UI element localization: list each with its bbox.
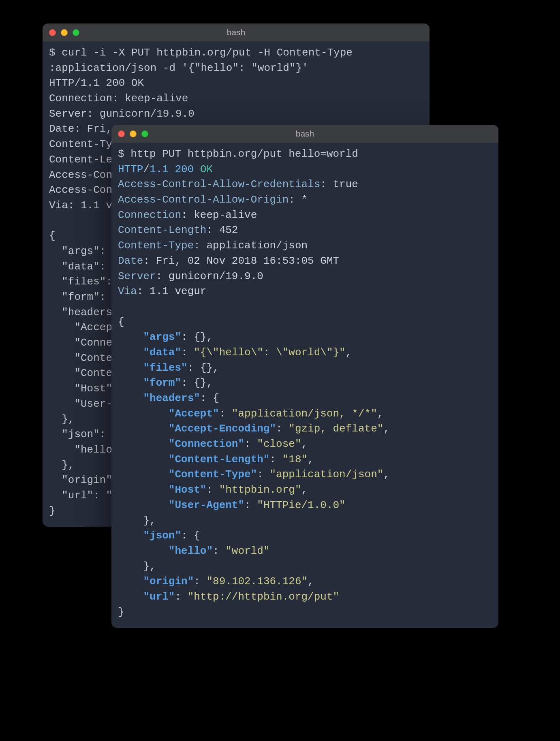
json-key: "hello"	[169, 545, 213, 557]
json-key: "data"	[143, 346, 181, 359]
json-key: "User-Agent"	[169, 499, 244, 511]
json-key: "url"	[143, 591, 175, 603]
traffic-lights	[49, 29, 79, 36]
zoom-icon[interactable]	[141, 130, 148, 137]
json-value: "world"	[225, 545, 269, 557]
json-key: "Accept-Encoding"	[169, 423, 276, 435]
json-key: "form"	[143, 377, 181, 389]
json-key: "headers"	[143, 392, 200, 404]
line: Server: gunicorn/19.9.0	[49, 108, 195, 120]
line: Connection: keep-alive	[49, 92, 188, 105]
response-header: Date: Fri, 02 Nov 2018 16:53:05 GMT	[118, 255, 339, 267]
status-line: HTTP/1.1 200 OK	[118, 163, 213, 175]
line: }	[49, 505, 56, 517]
json-value: {}	[194, 377, 206, 389]
line: $ curl -i -X PUT httpbin.org/put -H Cont…	[49, 47, 353, 59]
zoom-icon[interactable]	[73, 29, 79, 36]
json-key: "Content-Type"	[169, 468, 257, 480]
traffic-lights	[118, 130, 148, 137]
minimize-icon[interactable]	[61, 29, 68, 36]
json-value: "httpbin.org"	[219, 484, 301, 496]
terminal-window-httpie: bash $ http PUT httpbin.org/put hello=wo…	[111, 125, 498, 628]
json-brace: }	[118, 606, 124, 618]
response-header: Server: gunicorn/19.9.0	[118, 270, 263, 282]
window-title: bash	[43, 28, 430, 37]
line: {	[49, 230, 56, 242]
json-key: "origin"	[143, 575, 194, 587]
response-header: Access-Control-Allow-Origin: *	[118, 194, 308, 206]
json-key: "Content-Length"	[169, 453, 270, 466]
json-key: "Connection"	[169, 438, 244, 450]
close-icon[interactable]	[118, 130, 125, 137]
response-header: Access-Control-Allow-Credentials: true	[118, 178, 358, 190]
json-value: {}	[200, 362, 213, 374]
close-icon[interactable]	[49, 29, 56, 36]
http-version: 1.1	[150, 163, 169, 175]
json-value: "HTTPie/1.0.0"	[257, 499, 345, 511]
response-header: Connection: keep-alive	[118, 209, 257, 221]
json-brace: {	[118, 316, 124, 328]
terminal-content[interactable]: $ http PUT httpbin.org/put hello=world H…	[111, 143, 498, 628]
json-value: "application/json, */*"	[232, 408, 377, 420]
line: :application/json -d '{"hello": "world"}…	[49, 62, 308, 74]
json-key: "files"	[143, 362, 187, 374]
response-header: Content-Type: application/json	[118, 239, 308, 252]
json-value: {}	[194, 331, 206, 343]
command-line: $ http PUT httpbin.org/put hello=world	[118, 148, 358, 160]
line: HTTP/1.1 200 OK	[49, 77, 144, 89]
line: },	[49, 413, 74, 425]
json-value: "18"	[282, 453, 308, 466]
json-value: "application/json"	[269, 468, 383, 480]
response-header: Via: 1.1 vegur	[118, 285, 206, 297]
status-code: 200	[175, 163, 194, 175]
json-key: "Host"	[169, 484, 207, 496]
json-key: "args"	[143, 331, 181, 343]
minimize-icon[interactable]	[130, 130, 137, 137]
line: "json": {	[49, 428, 119, 440]
window-title: bash	[111, 129, 498, 139]
titlebar[interactable]: bash	[111, 125, 498, 143]
proto: HTTP	[118, 163, 143, 175]
status-reason: OK	[200, 163, 213, 175]
json-value: "close"	[257, 438, 301, 450]
line: },	[49, 459, 74, 471]
response-header: Content-Length: 452	[118, 224, 238, 236]
json-key: "json"	[143, 530, 181, 542]
json-value: "{\"hello\": \"world\"}"	[194, 346, 345, 359]
json-key: "Accept"	[169, 408, 219, 420]
json-value: "89.102.136.126"	[206, 575, 308, 587]
titlebar[interactable]: bash	[43, 23, 430, 41]
json-value: "http://httpbin.org/put"	[188, 591, 339, 603]
json-value: "gzip, deflate"	[289, 423, 383, 435]
